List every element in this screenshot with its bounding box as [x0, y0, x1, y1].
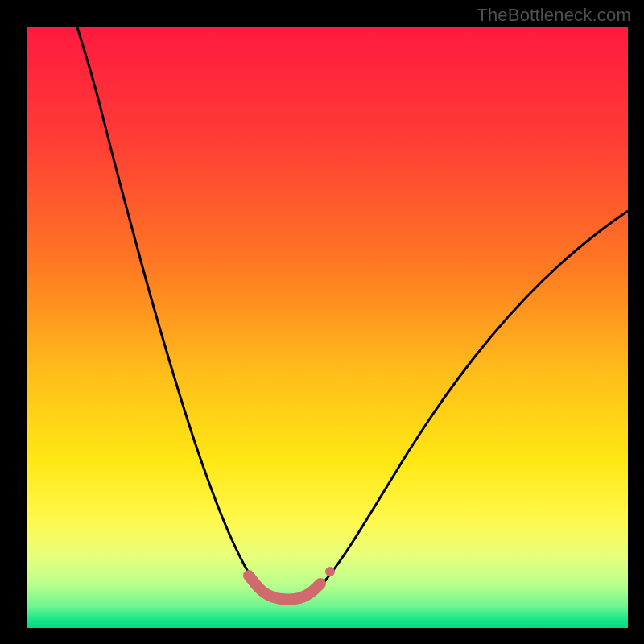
trough-dot [325, 567, 335, 576]
gradient-background [27, 27, 628, 628]
watermark-text: TheBottleneck.com [477, 5, 631, 26]
plot-area [27, 27, 628, 628]
chart-svg [27, 27, 628, 628]
chart-frame: TheBottleneck.com [0, 0, 644, 644]
marker-group [325, 567, 335, 576]
